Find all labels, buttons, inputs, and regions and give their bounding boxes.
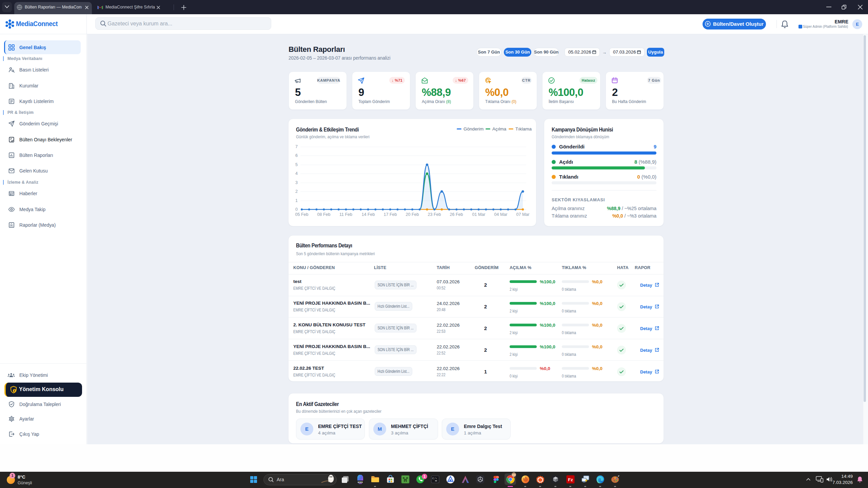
svg-text:C:\: C:\: [432, 477, 437, 480]
svg-text:M365: M365: [358, 481, 363, 483]
svg-text:Fz: Fz: [568, 477, 573, 482]
